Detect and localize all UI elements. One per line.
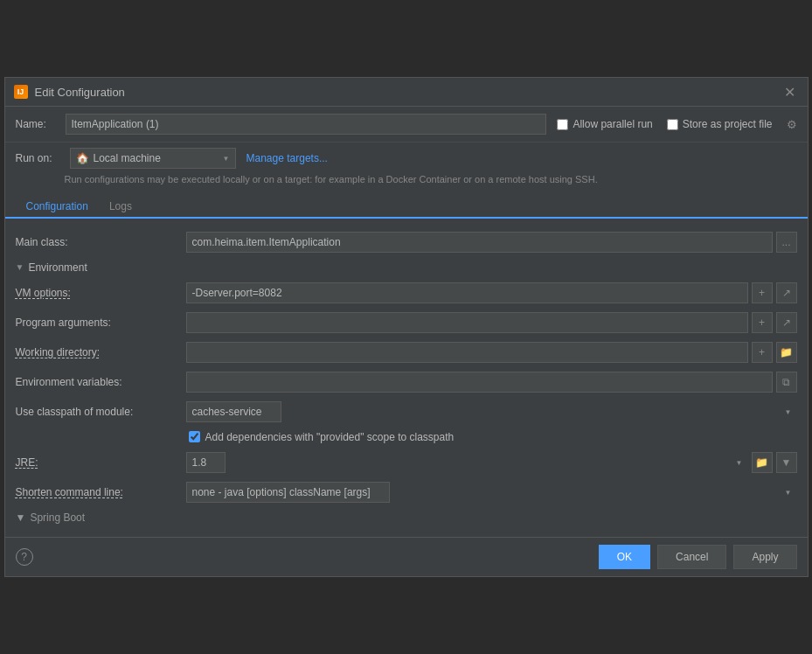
use-classpath-row: Use classpath of module: caches-service [5, 397, 808, 427]
spring-boot-section-header[interactable]: ▼ Spring Boot [5, 507, 808, 528]
environment-section-header[interactable]: ▼ Environment [5, 257, 808, 278]
environment-variables-row: Environment variables: ⧉ [5, 367, 808, 397]
cancel-button[interactable]: Cancel [657, 545, 726, 569]
close-button[interactable]: ✕ [781, 83, 799, 101]
bottom-bar: ? OK Cancel Apply [5, 537, 808, 576]
allow-parallel-run-label: Allow parallel run [573, 118, 652, 130]
spring-boot-section-title: Spring Boot [30, 511, 85, 524]
vm-options-label: VM options: [16, 287, 186, 299]
environment-section-title: Environment [28, 261, 87, 274]
working-directory-browse-button[interactable]: 📁 [776, 342, 797, 363]
vm-options-expand-button[interactable]: ↗ [776, 282, 797, 303]
edit-configuration-dialog: IJ Edit Configuration ✕ Name: Allow para… [4, 77, 809, 577]
content-area: Main class: ... ▼ Environment VM options… [5, 219, 808, 537]
program-arguments-add-button[interactable]: + [752, 312, 773, 333]
name-input[interactable] [66, 114, 547, 135]
dialog-title: Edit Configuration [35, 86, 125, 99]
store-as-project-file-group[interactable]: Store as project file [667, 118, 773, 130]
app-icon: IJ [14, 85, 28, 99]
add-dependencies-label[interactable]: Add dependencies with "provided" scope t… [205, 431, 455, 443]
add-dependencies-row: Add dependencies with "provided" scope t… [5, 427, 808, 448]
shorten-command-line-select[interactable]: none - java [options] className [args] [186, 482, 390, 503]
store-as-project-file-label: Store as project file [683, 118, 773, 130]
vm-options-add-button[interactable]: + [752, 282, 773, 303]
working-directory-input[interactable] [186, 342, 748, 363]
store-as-project-file-checkbox[interactable] [667, 119, 678, 130]
name-row: Name: Allow parallel run Store as projec… [5, 107, 808, 143]
program-arguments-row: Program arguments: + ↗ [5, 308, 808, 337]
apply-button[interactable]: Apply [733, 545, 796, 569]
tab-logs[interactable]: Logs [99, 196, 142, 219]
title-bar: IJ Edit Configuration ✕ [5, 78, 808, 107]
jre-select[interactable]: 1.8 [186, 452, 226, 473]
main-class-input[interactable] [186, 232, 773, 253]
help-button[interactable]: ? [16, 548, 33, 566]
tab-configuration[interactable]: Configuration [16, 196, 99, 219]
environment-variables-copy-button[interactable]: ⧉ [776, 372, 797, 393]
jre-label: JRE: [16, 456, 186, 469]
jre-browse-button[interactable]: 📁 [752, 452, 773, 473]
shorten-command-line-row: Shorten command line: none - java [optio… [5, 477, 808, 507]
manage-targets-link[interactable]: Manage targets... [246, 152, 328, 164]
main-class-label: Main class: [16, 236, 186, 248]
working-directory-row: Working directory: + 📁 [5, 337, 808, 367]
vm-options-row: VM options: + ↗ [5, 278, 808, 308]
environment-triangle-icon: ▼ [16, 262, 24, 272]
name-label: Name: [16, 118, 55, 130]
main-class-row: Main class: ... [5, 227, 808, 257]
environment-variables-label: Environment variables: [16, 376, 186, 388]
allow-parallel-run-group[interactable]: Allow parallel run [557, 118, 652, 130]
program-arguments-expand-button[interactable]: ↗ [776, 312, 797, 333]
gear-icon[interactable]: ⚙ [787, 118, 797, 131]
working-directory-add-button[interactable]: + [752, 342, 773, 363]
main-class-browse-button[interactable]: ... [776, 232, 797, 253]
allow-parallel-run-checkbox[interactable] [557, 119, 568, 130]
vm-options-input[interactable] [186, 282, 748, 303]
spring-boot-triangle-icon: ▼ [16, 511, 26, 524]
run-on-dropdown[interactable]: Local machine [94, 152, 219, 164]
shorten-command-line-label: Shorten command line: [16, 486, 186, 498]
program-arguments-label: Program arguments: [16, 317, 186, 329]
run-on-label: Run on: [16, 152, 59, 164]
chevron-down-icon: ▼ [223, 155, 230, 163]
tabs-bar: Configuration Logs [5, 196, 808, 219]
use-classpath-select[interactable]: caches-service [186, 401, 281, 422]
working-directory-label: Working directory: [16, 346, 186, 358]
environment-variables-input[interactable] [186, 372, 773, 393]
jre-dropdown-button[interactable]: ▼ [776, 452, 797, 473]
ok-button[interactable]: OK [599, 545, 650, 569]
add-dependencies-checkbox[interactable] [189, 431, 200, 442]
jre-row: JRE: 1.8 📁 ▼ [5, 448, 808, 477]
use-classpath-label: Use classpath of module: [16, 406, 186, 418]
run-on-tooltip: Run configurations may be executed local… [5, 169, 808, 194]
program-arguments-input[interactable] [186, 312, 748, 333]
run-on-row: Run on: 🏠 Local machine ▼ Manage targets… [5, 143, 808, 169]
run-on-select[interactable]: 🏠 Local machine ▼ [70, 148, 236, 169]
